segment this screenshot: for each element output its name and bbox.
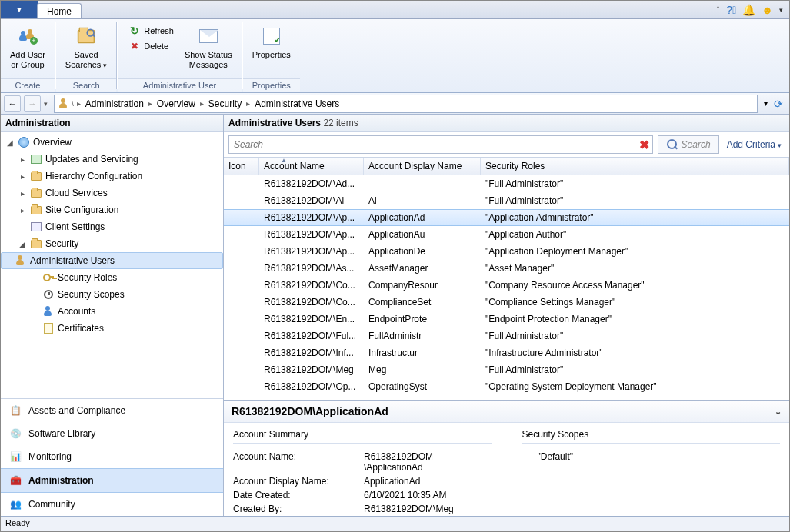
ribbon-group-create: + Add User or Group Create	[1, 19, 55, 92]
table-row[interactable]: R61382192DOM\Ap...ApplicationDe"Applicat…	[224, 243, 789, 260]
nav-forward-button[interactable]: →	[24, 95, 41, 112]
breadcrumb-item[interactable]: Security	[205, 98, 245, 109]
wunderbar-assets[interactable]: 📋Assets and Compliance	[1, 399, 223, 422]
ribbon-label: Create	[1, 78, 55, 92]
column-roles[interactable]: Security Roles	[481, 158, 789, 175]
tree-item-hierarchy[interactable]: ▸Hierarchy Configuration	[1, 168, 223, 185]
ribbon-group-properties: Properties Properties	[243, 19, 300, 92]
toolbox-icon: 🧰	[8, 474, 22, 487]
detail-title: R61382192DOM\ApplicationAd ⌄	[224, 401, 789, 423]
search-icon	[666, 138, 678, 151]
content-area: Administrative Users 22 items ✖ Search A…	[224, 115, 789, 516]
nav-bar: ← → ▾ \▸ Administration▸ Overview▸ Secur…	[1, 93, 789, 115]
table-row[interactable]: R61382192DOM\As...AssetManager"Asset Man…	[224, 260, 789, 277]
community-icon: 👥	[8, 497, 22, 511]
content-header: Administrative Users 22 items	[224, 115, 789, 132]
breadcrumb-item[interactable]: Administrative Users	[252, 98, 342, 109]
properties-button[interactable]: Properties	[248, 22, 295, 62]
ribbon-label: Search	[56, 78, 116, 92]
column-icon[interactable]: Icon	[224, 158, 259, 175]
table-row[interactable]: R61382192DOM\Ap...ApplicationAu"Applicat…	[224, 226, 789, 243]
table-row[interactable]: R61382192DOM\En...EndpointProte"Endpoint…	[224, 311, 789, 328]
search-bar: ✖ Search Add Criteria	[224, 132, 789, 157]
tree-item-admin-users[interactable]: ▸Administrative Users	[1, 252, 223, 269]
refresh-nav-button[interactable]: ⟳	[771, 98, 786, 110]
tree-item-site[interactable]: ▸Site Configuration	[1, 201, 223, 218]
tab-home[interactable]: Home	[37, 3, 82, 18]
wunderbar: 📋Assets and Compliance 💿Software Library…	[1, 398, 223, 516]
saved-searches-button[interactable]: Saved Searches	[61, 22, 112, 71]
clear-search-button[interactable]: ✖	[637, 137, 652, 152]
add-user-button[interactable]: + Add User or Group	[5, 22, 50, 71]
column-display[interactable]: Account Display Name	[364, 158, 481, 175]
chevron-up-icon[interactable]: ˄	[716, 5, 720, 14]
ribbon-label: Administrative User	[118, 78, 241, 92]
ribbon: + Add User or Group Create Saved Searche…	[1, 19, 789, 93]
table-row[interactable]: R61382192DOM\AlAl"Full Administrator"	[224, 192, 789, 209]
search-input[interactable]	[229, 139, 637, 150]
tree-item-certs[interactable]: ▸Certificates	[1, 320, 223, 337]
add-criteria-button[interactable]: Add Criteria	[724, 139, 785, 150]
ribbon-label: Properties	[243, 78, 300, 92]
breadcrumb-item[interactable]: Administration	[82, 98, 147, 109]
sidebar: Administration ◢Overview ▸Updates and Se…	[1, 115, 224, 516]
title-bar: ▼ Home ˄ ?⃝ 🔔 ☻ ▾	[1, 1, 789, 19]
nav-back-button[interactable]: ←	[4, 95, 21, 112]
app-menu-button[interactable]: ▼	[1, 1, 38, 18]
wunderbar-software[interactable]: 💿Software Library	[1, 422, 223, 445]
collapse-icon[interactable]: ⌄	[775, 407, 782, 417]
section-security-scopes: Security Scopes	[522, 429, 781, 444]
wunderbar-administration[interactable]: 🧰Administration	[1, 468, 223, 493]
breadcrumb-item[interactable]: Overview	[154, 98, 198, 109]
detail-pane: R61382192DOM\ApplicationAd ⌄ Account Sum…	[224, 400, 789, 516]
tree-item-security[interactable]: ◢Security	[1, 235, 223, 252]
table-row[interactable]: R61382192DOM\Ap...ApplicationAd"Applicat…	[224, 209, 789, 226]
table-row[interactable]: R61382192DOM\Op...OperatingSyst"Operatin…	[224, 378, 789, 395]
user-icon	[58, 98, 70, 110]
search-box: ✖	[228, 135, 653, 154]
ribbon-group-search: Saved Searches Search	[56, 19, 116, 92]
column-account[interactable]: Account Name	[259, 158, 364, 175]
tree-item-client-settings[interactable]: ▸Client Settings	[1, 218, 223, 235]
table-header: Icon Account Name Account Display Name S…	[224, 158, 789, 175]
delete-button[interactable]: Delete	[125, 39, 177, 53]
ribbon-group-admin-user: Refresh Delete Show Status Messages Admi…	[118, 19, 241, 92]
table-row[interactable]: R61382192DOM\Ful...FullAdministr"Full Ad…	[224, 328, 789, 344]
tree-item-scopes[interactable]: ▸Security Scopes	[1, 286, 223, 303]
refresh-button[interactable]: Refresh	[125, 24, 177, 38]
wunderbar-community[interactable]: 👥Community	[1, 493, 223, 516]
tree-item-updates[interactable]: ▸Updates and Servicing	[1, 151, 223, 168]
disc-icon: 💿	[8, 427, 22, 441]
table-row[interactable]: R61382192DOM\Ad..."Full Administrator"	[224, 175, 789, 192]
table-row[interactable]: R61382192DOM\MegMeg"Full Administrator"	[224, 361, 789, 378]
help-icon[interactable]: ?⃝	[726, 4, 736, 16]
bell-icon[interactable]: 🔔	[742, 4, 755, 16]
tree-item-accounts[interactable]: ▸Accounts	[1, 303, 223, 320]
section-account-summary: Account Summary	[233, 429, 492, 444]
table-row[interactable]: R61382192DOM\Co...CompanyResour"Company …	[224, 277, 789, 294]
search-button[interactable]: Search	[658, 135, 719, 154]
tree-item-cloud[interactable]: ▸Cloud Services	[1, 185, 223, 201]
nav-tree: ◢Overview ▸Updates and Servicing ▸Hierar…	[1, 132, 223, 398]
sidebar-title: Administration	[1, 115, 223, 132]
table-row[interactable]: R61382192DOM\Inf...Infrastructur"Infrast…	[224, 344, 789, 361]
wunderbar-monitoring[interactable]: 📊Monitoring	[1, 445, 223, 468]
tree-item-roles[interactable]: ▸Security Roles	[1, 269, 223, 286]
table-row[interactable]: R61382192DOM\Co...ComplianceSet"Complian…	[224, 294, 789, 311]
chevron-down-icon[interactable]: ▾	[779, 6, 783, 14]
feedback-icon[interactable]: ☻	[762, 4, 773, 16]
results-table: Icon Account Name Account Display Name S…	[224, 157, 789, 400]
chart-icon: 📊	[8, 450, 22, 464]
breadcrumb[interactable]: \▸ Administration▸ Overview▸ Security▸ A…	[54, 95, 758, 113]
tree-item-overview[interactable]: ◢Overview	[1, 134, 223, 151]
status-bar: Ready	[1, 516, 789, 531]
history-dropdown-icon[interactable]: ▾	[764, 99, 768, 108]
checklist-icon: 📋	[8, 404, 22, 417]
show-status-button[interactable]: Show Status Messages	[180, 22, 237, 71]
